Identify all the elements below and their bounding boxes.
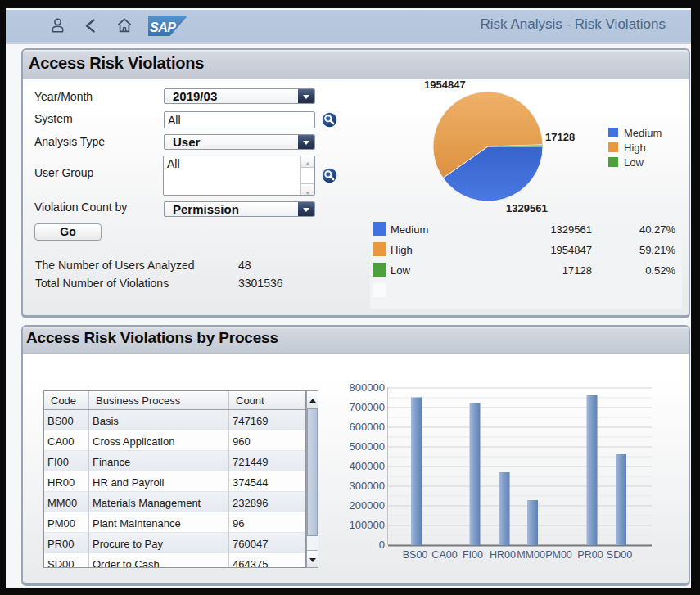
svg-text:100000: 100000 <box>350 519 385 531</box>
svg-text:500000: 500000 <box>350 440 385 453</box>
svg-text:200000: 200000 <box>350 499 385 512</box>
svg-text:SD00: SD00 <box>607 549 632 561</box>
svg-text:800000: 800000 <box>350 381 385 394</box>
svg-text:400000: 400000 <box>350 460 385 472</box>
svg-text:PM00: PM00 <box>545 549 572 561</box>
svg-text:0: 0 <box>379 539 385 551</box>
svg-text:BS00: BS00 <box>403 549 428 561</box>
svg-text:PR00: PR00 <box>577 549 603 561</box>
svg-text:SAP: SAP <box>150 20 176 34</box>
svg-text:FI00: FI00 <box>463 549 483 561</box>
svg-text:CA00: CA00 <box>431 549 457 561</box>
svg-text:MM00: MM00 <box>517 549 545 561</box>
svg-text:HR00: HR00 <box>490 549 516 561</box>
svg-text:300000: 300000 <box>350 480 385 492</box>
svg-text:700000: 700000 <box>350 401 385 413</box>
svg-text:600000: 600000 <box>350 421 385 433</box>
